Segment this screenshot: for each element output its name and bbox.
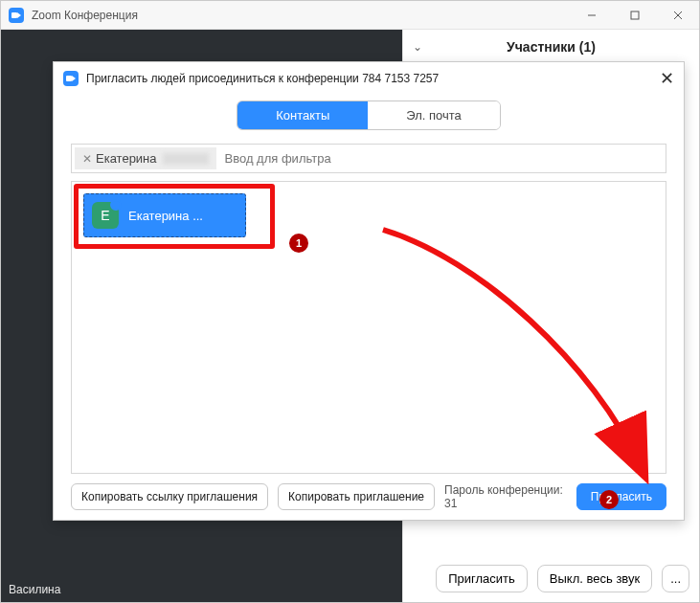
filter-input[interactable] — [219, 147, 666, 169]
close-icon[interactable]: ✕ — [660, 70, 674, 87]
svg-rect-1 — [631, 11, 639, 19]
filter-chip[interactable]: ✕ Екатерина — [75, 147, 216, 169]
close-button[interactable] — [656, 1, 699, 30]
invite-button[interactable]: Пригласить — [576, 483, 666, 510]
sidebar-invite-button[interactable]: Пригласить — [436, 565, 528, 592]
filter-row: ✕ Екатерина — [71, 144, 666, 173]
window-title: Zoom Конференция — [32, 9, 138, 22]
password-label: Пароль конференции: 31 — [444, 483, 567, 510]
maximize-button[interactable] — [613, 1, 656, 30]
participants-title: Участники (1) — [507, 39, 596, 55]
tab-contacts[interactable]: Контакты — [237, 101, 368, 129]
titlebar: Zoom Конференция — [1, 1, 699, 30]
chip-blur — [163, 153, 209, 165]
video-participant-name: Василина — [9, 583, 60, 596]
chip-label: Екатерина — [96, 151, 157, 166]
chevron-down-icon[interactable]: ⌄ — [413, 40, 422, 54]
copy-link-button[interactable]: Копировать ссылку приглашения — [71, 483, 268, 510]
contacts-list: Е Екатерина ... — [71, 181, 666, 474]
minimize-button[interactable] — [570, 1, 613, 30]
invite-tabs: Контакты Эл. почта — [237, 100, 501, 130]
avatar: Е — [92, 202, 119, 229]
contact-label: Екатерина ... — [128, 209, 203, 223]
zoom-icon — [9, 8, 24, 23]
tab-email[interactable]: Эл. почта — [368, 101, 500, 129]
chip-remove-icon[interactable]: ✕ — [82, 152, 92, 166]
contact-item[interactable]: Е Екатерина ... — [83, 193, 246, 237]
invite-dialog: Пригласить людей присоединиться к конфер… — [53, 61, 685, 521]
zoom-icon — [63, 71, 79, 86]
copy-invite-button[interactable]: Копировать приглашение — [278, 483, 435, 510]
mute-all-button[interactable]: Выкл. весь звук — [537, 565, 652, 592]
dialog-title: Пригласить людей присоединиться к конфер… — [86, 72, 439, 85]
more-button[interactable]: ... — [662, 565, 689, 592]
